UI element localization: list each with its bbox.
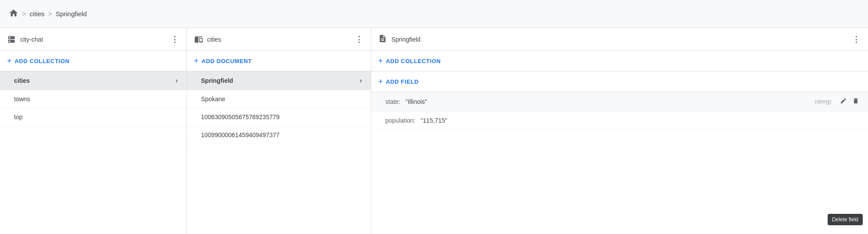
list-item-top-label: top bbox=[14, 113, 178, 121]
list-item-id2[interactable]: 10099000061459409497377 bbox=[187, 126, 371, 144]
col1-add-collection[interactable]: + ADD COLLECTION bbox=[0, 51, 187, 71]
list-item-id2-label: 10099000061459409497377 bbox=[201, 131, 362, 138]
breadcrumb-springfield[interactable]: Springfield bbox=[56, 10, 87, 18]
breadcrumb-cities[interactable]: cities bbox=[29, 10, 44, 18]
col2-add-document[interactable]: + ADD DOCUMENT bbox=[187, 51, 371, 71]
col1-title: city-chat bbox=[20, 36, 166, 43]
col1-add-label: ADD COLLECTION bbox=[14, 58, 69, 64]
breadcrumb-bar: > cities > Springfield bbox=[0, 0, 868, 28]
list-item-towns[interactable]: towns bbox=[0, 90, 187, 108]
list-item-towns-label: towns bbox=[14, 96, 178, 103]
list-item-top[interactable]: top bbox=[0, 108, 187, 126]
home-icon[interactable] bbox=[9, 8, 18, 19]
col3-add-field[interactable]: + ADD FIELD bbox=[371, 71, 868, 92]
breadcrumb-sep-1: > bbox=[22, 10, 26, 18]
col3-header: Springfield ⋮ bbox=[371, 28, 868, 51]
list-item-spokane[interactable]: Spokane bbox=[187, 90, 371, 108]
col3-add-field-label: ADD FIELD bbox=[386, 78, 419, 85]
col3-add-collection[interactable]: + ADD COLLECTION bbox=[371, 51, 868, 71]
column-1: city-chat ⋮ + ADD COLLECTION cities › to… bbox=[0, 28, 187, 234]
field-row-population: population: "115,715" bbox=[371, 112, 868, 130]
column-2: cities ⋮ + ADD DOCUMENT Springfield › Sp… bbox=[187, 28, 371, 234]
edit-state-icon[interactable] bbox=[840, 97, 847, 106]
list-item-cities[interactable]: cities › bbox=[0, 71, 187, 90]
field-type-state: (string) bbox=[815, 99, 831, 105]
field-key-state: state: bbox=[385, 98, 400, 105]
delete-state-icon[interactable] bbox=[852, 97, 859, 106]
list-item-cities-label: cities bbox=[14, 77, 176, 84]
col2-menu-icon[interactable]: ⋮ bbox=[355, 35, 364, 43]
col3-add-collection-plus-icon: + bbox=[378, 57, 383, 65]
field-row-state: state: "Illinois" (string) bbox=[371, 92, 868, 112]
col3-menu-icon[interactable]: ⋮ bbox=[852, 35, 861, 43]
list-item-cities-chevron: › bbox=[176, 77, 178, 85]
col2-title: cities bbox=[207, 36, 351, 43]
col2-collection-icon bbox=[194, 35, 203, 44]
list-item-id1[interactable]: 10063090505675769235779 bbox=[187, 108, 371, 126]
field-value-state: "Illinois" bbox=[405, 98, 811, 105]
breadcrumb-sep-2: > bbox=[48, 10, 52, 18]
col3-title: Springfield bbox=[391, 36, 848, 43]
field-key-population: population: bbox=[385, 117, 416, 124]
list-item-id1-label: 10063090505675769235779 bbox=[201, 113, 362, 121]
col2-header: cities ⋮ bbox=[187, 28, 371, 51]
col2-plus-icon: + bbox=[194, 57, 199, 65]
delete-tooltip: Delete field bbox=[828, 214, 863, 225]
column-3: Springfield ⋮ + ADD COLLECTION + ADD FIE… bbox=[371, 28, 868, 234]
col2-add-label: ADD DOCUMENT bbox=[201, 58, 252, 64]
field-value-population: "115,715" bbox=[421, 117, 859, 124]
columns-container: city-chat ⋮ + ADD COLLECTION cities › to… bbox=[0, 28, 868, 234]
col3-add-collection-label: ADD COLLECTION bbox=[386, 58, 441, 64]
list-item-springfield[interactable]: Springfield › bbox=[187, 71, 371, 90]
col1-menu-icon[interactable]: ⋮ bbox=[171, 35, 179, 43]
col1-database-icon bbox=[7, 35, 16, 44]
col3-add-field-plus-icon: + bbox=[378, 78, 383, 85]
col3-doc-icon bbox=[378, 34, 387, 44]
col1-plus-icon: + bbox=[7, 57, 12, 65]
list-item-springfield-label: Springfield bbox=[201, 77, 360, 84]
col1-header: city-chat ⋮ bbox=[0, 28, 187, 51]
list-item-springfield-chevron: › bbox=[360, 77, 362, 85]
list-item-spokane-label: Spokane bbox=[201, 96, 362, 103]
